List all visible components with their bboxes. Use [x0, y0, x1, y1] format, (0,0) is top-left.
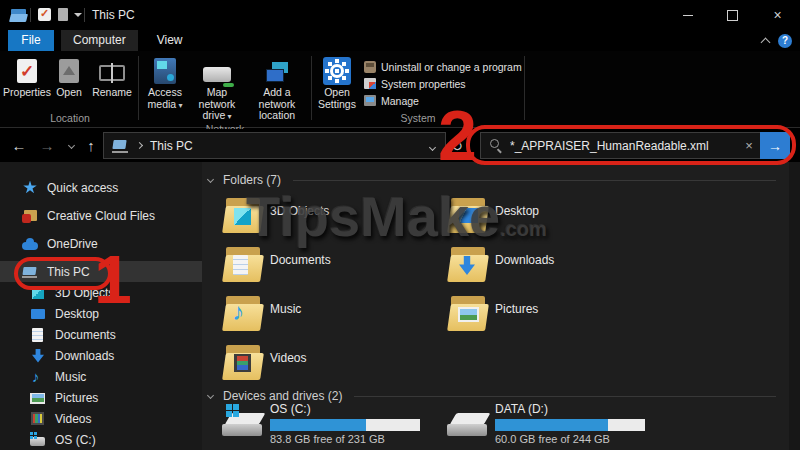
sidebar-item-label: Downloads [55, 349, 114, 363]
sidebar-item-label: Videos [55, 412, 91, 426]
map-network-drive-icon [203, 67, 231, 82]
folder-label: Music [270, 302, 301, 316]
videos-icon [234, 354, 251, 372]
ribbon-corner [762, 34, 792, 48]
search-box[interactable]: × → [480, 132, 790, 159]
titlebar: This PC × [0, 0, 800, 30]
group-label-location: Location [4, 112, 136, 127]
pictures-icon [458, 307, 479, 322]
ribbon-tab[interactable]: View [145, 30, 195, 51]
sidebar-item[interactable]: Music [0, 366, 202, 387]
open-button[interactable]: Open [50, 54, 88, 99]
manage-icon [364, 95, 376, 106]
uninstall-program-button[interactable]: Uninstall or change a program [364, 58, 522, 75]
drive-plain-icon [447, 406, 491, 440]
folder-tile[interactable]: Music [222, 294, 447, 343]
divider [311, 56, 312, 120]
divider [524, 56, 525, 120]
folder-tile[interactable]: Downloads [447, 245, 672, 294]
sidebar-item[interactable]: Quick access [0, 177, 202, 198]
divider [30, 8, 31, 22]
breadcrumb-chevron-icon [136, 142, 143, 149]
minimize-ribbon-icon[interactable] [761, 38, 771, 48]
maximize-button[interactable] [710, 0, 755, 30]
window-title: This PC [92, 0, 135, 30]
close-button[interactable]: × [755, 0, 800, 30]
rename-button[interactable]: Rename [88, 54, 136, 99]
drive-os-icon [30, 432, 46, 448]
sidebar-item[interactable]: Documents [0, 324, 202, 345]
search-input[interactable] [510, 139, 738, 153]
sidebar-item-label: Pictures [55, 391, 98, 405]
drive-windows-icon [222, 406, 266, 440]
search-go-button[interactable]: → [760, 132, 790, 159]
pictures-icon [30, 390, 46, 406]
sidebar-item[interactable]: OS (C:) [0, 429, 202, 450]
uninstall-icon [364, 61, 376, 73]
up-button[interactable]: ↑ [80, 129, 102, 162]
clear-search-icon[interactable]: × [738, 138, 760, 153]
help-icon[interactable] [778, 34, 792, 48]
sidebar-item-label: Music [55, 370, 86, 384]
capacity-bar-fill [270, 419, 366, 431]
settings-gear-icon [323, 57, 351, 85]
quick-access-icon [22, 180, 38, 196]
downloads-icon [459, 256, 475, 275]
group-label-system: System [314, 112, 522, 127]
access-media-icon [154, 58, 176, 84]
this-pc-icon [112, 139, 129, 153]
drive-tile[interactable]: DATA (D:) 60.0 GB free of 244 GB [447, 402, 672, 450]
address-dropdown-icon[interactable] [430, 139, 435, 153]
windows-logo-icon [226, 404, 232, 410]
ribbon-tabs: File Computer View [0, 30, 800, 51]
sidebar-item[interactable]: Downloads [0, 345, 202, 366]
sidebar-item[interactable]: Pictures [0, 387, 202, 408]
minimize-button[interactable] [665, 0, 710, 30]
qat-properties-icon[interactable] [58, 8, 68, 21]
downloads-icon [30, 348, 46, 364]
rename-icon [99, 65, 125, 81]
music-icon [30, 369, 46, 385]
ribbon-tab[interactable]: File [8, 30, 54, 51]
capacity-bar [270, 419, 420, 431]
add-network-location-icon [264, 62, 290, 83]
sidebar-item[interactable]: Videos [0, 408, 202, 429]
add-network-location-button[interactable]: Add a network location [245, 54, 309, 122]
properties-button[interactable]: Properties [4, 54, 50, 99]
forward-button[interactable]: → [36, 129, 58, 162]
qat-checkbox-icon[interactable] [38, 8, 51, 21]
system-properties-button[interactable]: System properties [364, 75, 522, 92]
folder-tile[interactable]: Pictures [447, 294, 672, 343]
ribbon: Properties Open Rename Location Access m… [0, 51, 800, 128]
address-bar[interactable]: This PC [103, 132, 446, 159]
scrollbar[interactable] [789, 162, 800, 450]
folder-tile[interactable]: Documents [222, 245, 447, 294]
drives-grid: OS (C:) 83.8 GB free of 231 GB DATA (D:)… [222, 402, 672, 450]
access-media-button[interactable]: Access media [141, 54, 189, 111]
back-button[interactable]: ← [8, 129, 30, 162]
documents-icon [30, 327, 46, 343]
open-settings-button[interactable]: Open Settings [314, 54, 360, 110]
sidebar-item[interactable]: Creative Cloud Files [0, 205, 202, 226]
map-network-drive-button[interactable]: Map network drive [189, 54, 245, 123]
search-icon [490, 139, 503, 152]
qat-dropdown-icon[interactable] [74, 13, 82, 17]
breadcrumb[interactable]: This PC [150, 139, 193, 153]
ribbon-tab[interactable]: Computer [61, 30, 138, 51]
sidebar-item-label: OneDrive [47, 237, 98, 251]
navigation-pane: Quick access Creative Cloud Files OneDri… [0, 162, 202, 450]
collapse-section-icon [207, 391, 214, 398]
recent-locations-icon[interactable] [60, 129, 82, 162]
window-body: Quick access Creative Cloud Files OneDri… [0, 162, 800, 450]
drive-tile[interactable]: OS (C:) 83.8 GB free of 231 GB [222, 402, 447, 450]
sidebar-item-label: Desktop [55, 307, 99, 321]
ribbon-group-location: Properties Open Rename Location [4, 51, 136, 127]
folder-icon [224, 296, 262, 332]
folder-tile[interactable]: Videos [222, 343, 447, 392]
documents-icon [233, 255, 248, 275]
section-title: Devices and drives (2) [223, 389, 342, 403]
sidebar-item-label: Creative Cloud Files [47, 209, 155, 223]
collapse-section-icon [207, 175, 214, 182]
annotation-number-2: 2 [438, 103, 477, 169]
videos-icon [30, 411, 46, 427]
